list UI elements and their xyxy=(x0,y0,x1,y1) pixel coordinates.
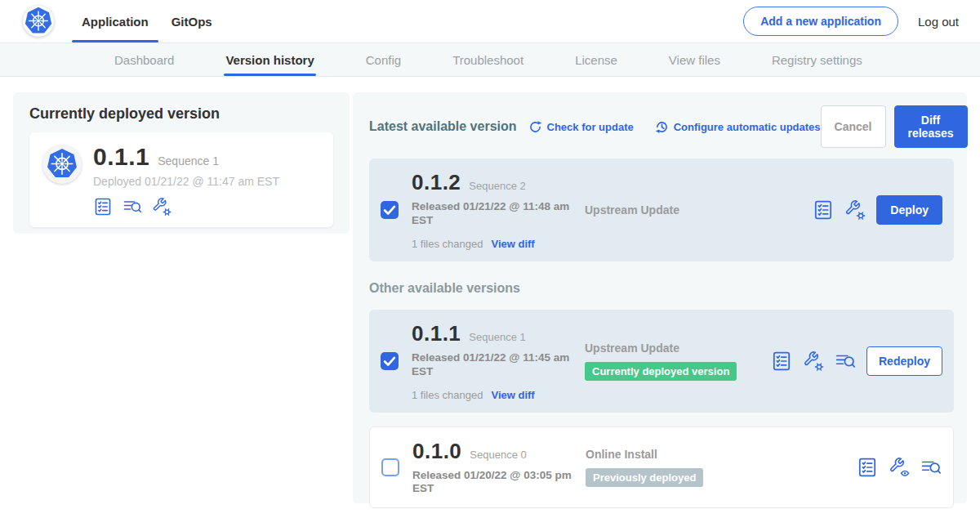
sequence-label: Sequence 2 xyxy=(469,180,525,192)
currently-deployed-title: Currently deployed version xyxy=(29,105,333,123)
deploy-button[interactable]: Deploy xyxy=(876,195,942,225)
preflight-checks-icon[interactable] xyxy=(93,197,113,217)
source-label: Upstream Update xyxy=(585,342,771,355)
subnav-view-files[interactable]: View files xyxy=(669,43,720,76)
kubernetes-app-icon xyxy=(42,145,82,184)
cancel-button[interactable]: Cancel xyxy=(821,105,886,148)
version-source: Upstream Update xyxy=(585,203,813,217)
subnav-license[interactable]: License xyxy=(575,43,617,76)
sequence-label: Sequence 0 xyxy=(470,449,526,461)
view-diff-link[interactable]: View diff xyxy=(491,389,534,401)
version-number: 0.1.0 xyxy=(412,439,461,464)
deploy-logs-icon[interactable] xyxy=(122,197,142,217)
view-config-icon[interactable] xyxy=(889,457,910,478)
source-label: Upstream Update xyxy=(585,203,813,217)
configure-automatic-updates-link[interactable]: Configure automatic updates xyxy=(655,120,821,134)
subnav-troubleshoot[interactable]: Troubleshoot xyxy=(452,43,523,76)
check-for-update-link[interactable]: Check for update xyxy=(528,120,634,134)
subnav-config[interactable]: Config xyxy=(366,43,401,76)
files-changed-label: 1 files changed xyxy=(412,238,483,250)
tab-gitops[interactable]: GitOps xyxy=(160,0,224,42)
version-history-panel: Latest available version Check for updat… xyxy=(353,92,967,503)
diff-releases-button[interactable]: Diff releases xyxy=(894,105,968,148)
topnav-right: Add a new application Log out xyxy=(743,7,959,36)
subnav-dashboard[interactable]: Dashboard xyxy=(114,43,174,76)
version-source: Online Install Previously deployed xyxy=(586,448,857,487)
deploy-logs-icon[interactable] xyxy=(835,351,856,372)
preflight-checks-icon[interactable] xyxy=(857,457,878,478)
version-number: 0.1.2 xyxy=(412,170,461,195)
preflight-checks-icon[interactable] xyxy=(771,351,792,372)
deployed-version-number: 0.1.1 xyxy=(93,143,149,171)
source-label: Online Install xyxy=(586,448,857,461)
released-timestamp: Released 01/20/22 @ 03:05 pm EST xyxy=(412,469,574,497)
deployed-version-card: 0.1.1 Sequence 1 Deployed 01/21/22 @ 11:… xyxy=(29,132,333,227)
other-versions-title: Other available versions xyxy=(369,281,954,296)
previously-deployed-badge: Previously deployed xyxy=(586,468,703,487)
topnav-tabs: Application GitOps xyxy=(70,0,224,42)
edit-config-icon[interactable] xyxy=(803,351,824,372)
released-timestamp: Released 01/21/22 @ 11:48 am EST xyxy=(412,200,573,228)
top-nav: Application GitOps Add a new application… xyxy=(0,0,980,42)
version-info: 0.1.2 Sequence 2 Released 01/21/22 @ 11:… xyxy=(412,170,585,250)
version-info: 0.1.1 Sequence 1 Released 01/21/22 @ 11:… xyxy=(412,321,585,401)
redeploy-button[interactable]: Redeploy xyxy=(866,346,942,376)
tab-application[interactable]: Application xyxy=(70,0,160,42)
app-sub-nav: Dashboard Version history Config Trouble… xyxy=(0,42,980,77)
add-application-button[interactable]: Add a new application xyxy=(743,7,898,36)
view-diff-link[interactable]: View diff xyxy=(491,238,534,250)
version-card-0-1-1: 0.1.1 Sequence 1 Released 01/21/22 @ 11:… xyxy=(369,310,954,413)
version-number: 0.1.1 xyxy=(412,321,461,346)
latest-version-title: Latest available version xyxy=(369,119,517,134)
version-checkbox[interactable] xyxy=(381,352,399,370)
deployed-version-info: 0.1.1 Sequence 1 Deployed 01/21/22 @ 11:… xyxy=(93,143,279,217)
edit-config-icon[interactable] xyxy=(152,197,172,217)
version-checkbox[interactable] xyxy=(381,201,399,219)
kubernetes-logo xyxy=(23,6,54,37)
check-for-update-label: Check for update xyxy=(547,121,634,133)
version-card-0-1-2: 0.1.2 Sequence 2 Released 01/21/22 @ 11:… xyxy=(369,159,954,261)
version-card-0-1-0: 0.1.0 Sequence 0 Released 01/20/22 @ 03:… xyxy=(369,426,954,509)
sequence-label: Sequence 1 xyxy=(469,331,525,343)
latest-version-header: Latest available version Check for updat… xyxy=(369,105,954,148)
version-checkbox[interactable] xyxy=(381,458,399,476)
files-changed-label: 1 files changed xyxy=(412,389,483,401)
configure-updates-label: Configure automatic updates xyxy=(674,121,821,133)
version-source: Upstream Update Currently deployed versi… xyxy=(585,342,771,381)
preflight-checks-icon[interactable] xyxy=(813,199,834,221)
version-info: 0.1.0 Sequence 0 Released 01/20/22 @ 03:… xyxy=(412,439,586,497)
released-timestamp: Released 01/21/22 @ 11:45 am EST xyxy=(412,351,573,379)
subnav-version-history[interactable]: Version history xyxy=(225,43,314,76)
currently-deployed-badge: Currently deployed version xyxy=(585,362,737,381)
deployed-timestamp: Deployed 01/21/22 @ 11:47 am EST xyxy=(93,175,279,188)
logout-link[interactable]: Log out xyxy=(918,15,959,29)
clock-refresh-icon xyxy=(655,120,669,134)
subnav-registry-settings[interactable]: Registry settings xyxy=(772,43,862,76)
refresh-icon xyxy=(528,120,542,134)
deployed-sequence-label: Sequence 1 xyxy=(158,154,219,167)
edit-config-icon[interactable] xyxy=(844,199,866,221)
currently-deployed-panel: Currently deployed version 0.1.1 Sequenc… xyxy=(13,92,350,234)
deploy-logs-icon[interactable] xyxy=(920,457,942,478)
